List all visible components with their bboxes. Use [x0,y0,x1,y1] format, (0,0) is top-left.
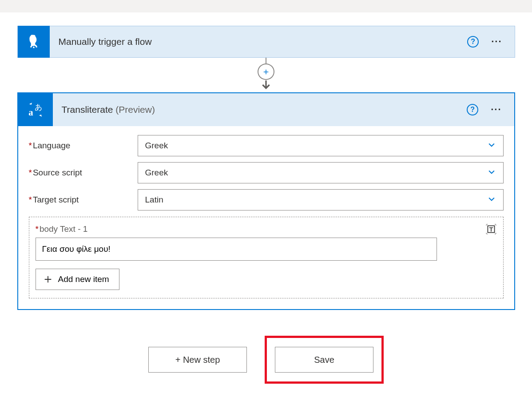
help-icon[interactable]: ? [467,36,479,48]
footer-actions: + New step Save [8,336,524,384]
source-script-label: *Source script [29,168,138,178]
trigger-icon [18,26,50,58]
body-text-input[interactable] [36,238,437,261]
target-script-dropdown[interactable]: Latin [138,189,504,210]
chevron-down-icon [487,195,496,206]
action-title-text: Transliterate [62,104,113,115]
body-text-label: *body Text - 1 [36,224,497,234]
save-button[interactable]: Save [275,347,373,373]
connector [17,58,515,92]
action-card: a あ Transliterate (Preview) ? ··· *Langu… [17,92,515,310]
language-value: Greek [145,141,168,151]
source-script-dropdown[interactable]: Greek [138,162,504,183]
connector-line [266,58,266,64]
action-header[interactable]: a あ Transliterate (Preview) ? ··· [18,93,514,126]
action-actions: ? ··· [467,104,514,115]
add-new-item-label: Add new item [58,274,109,284]
add-new-item-button[interactable]: Add new item [36,269,119,290]
preview-badge: (Preview) [115,104,155,115]
target-script-label: *Target script [29,195,138,205]
chevron-down-icon [487,140,496,151]
help-icon[interactable]: ? [467,104,478,115]
transliterate-icon: a あ [18,93,53,126]
trigger-card[interactable]: Manually trigger a flow ? ··· [17,26,515,58]
language-label: *Language [29,141,138,151]
more-icon[interactable]: ··· [491,105,501,115]
save-highlight-box: Save [265,336,384,384]
more-icon[interactable]: ··· [491,37,502,47]
language-dropdown[interactable]: Greek [138,135,504,156]
svg-text:a: a [28,107,33,117]
field-row-target-script: *Target script Latin [29,189,504,210]
flow-canvas: Manually trigger a flow ? ··· a あ [0,12,532,409]
action-body: *Language Greek *Source script Greek *Ta… [18,126,514,309]
new-step-button[interactable]: + New step [148,347,247,373]
trigger-title: Manually trigger a flow [59,36,468,47]
trigger-actions: ? ··· [467,36,514,48]
chevron-down-icon [487,167,496,179]
svg-point-0 [32,35,35,38]
field-row-source-script: *Source script Greek [29,162,504,183]
token-picker-icon[interactable] [485,223,497,235]
action-title: Transliterate (Preview) [62,104,467,115]
field-row-language: *Language Greek [29,135,504,156]
arrow-down-icon [260,79,272,92]
insert-step-button[interactable] [258,64,274,80]
target-script-value: Latin [145,195,163,205]
source-script-value: Greek [145,168,168,178]
body-text-region: *body Text - 1 Add new item [29,217,504,298]
svg-text:あ: あ [35,103,42,111]
